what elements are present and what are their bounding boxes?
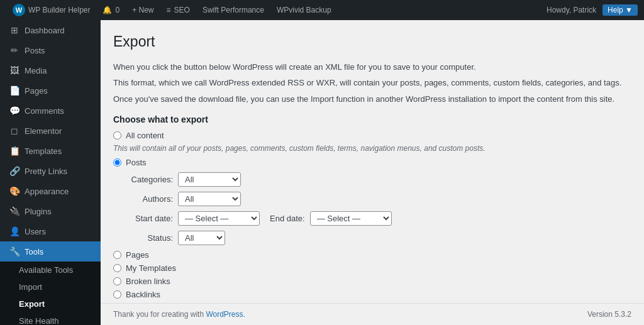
- posts-option: Posts Categories: All Authors: All: [113, 158, 631, 245]
- bell-icon: 🔔: [103, 6, 112, 14]
- sidebar-item-appearance[interactable]: 🎨 Appearance: [0, 181, 101, 201]
- end-date-label: End date:: [270, 214, 305, 223]
- backlinks-option[interactable]: Backlinks: [113, 290, 631, 299]
- all-content-label[interactable]: All content: [113, 131, 631, 140]
- comments-icon: 💬: [9, 106, 19, 116]
- my-templates-option[interactable]: My Templates: [113, 263, 631, 273]
- categories-select[interactable]: All: [178, 172, 241, 187]
- all-content-text: All content: [126, 131, 164, 140]
- section-heading: Choose what to export: [113, 114, 631, 124]
- status-row: Status: All: [126, 231, 631, 245]
- authors-row: Authors: All: [126, 192, 631, 206]
- status-label: Status:: [126, 233, 173, 243]
- topbar-wp-builder-helper[interactable]: W WP Builder Helper: [6, 0, 96, 20]
- topbar-wpvivid-label: WPvivid Backup: [277, 6, 331, 14]
- plugins-icon: 🔌: [9, 206, 19, 216]
- topbar-notifications[interactable]: 🔔 0: [96, 0, 126, 20]
- pretty-links-icon: 🔗: [9, 166, 19, 176]
- seo-icon: ≡: [167, 6, 171, 14]
- sidebar-pages-label: Pages: [25, 86, 48, 96]
- submenu-site-health[interactable]: Site Health: [0, 312, 101, 325]
- topbar-swift-label: Swift Performance: [203, 6, 264, 14]
- my-templates-radio[interactable]: [113, 264, 121, 272]
- top-bar-left: W WP Builder Helper 🔔 0 + New ≡ SEO Swif…: [6, 0, 547, 20]
- pages-icon: 📄: [9, 85, 19, 96]
- footer-thank-you: Thank you for creating with: [113, 310, 206, 319]
- footer-text: Thank you for creating with WordPress.: [113, 310, 245, 319]
- sidebar-item-plugins[interactable]: 🔌 Plugins: [0, 201, 101, 221]
- topbar-wp-builder-label: WP Builder Helper: [28, 6, 90, 14]
- categories-row: Categories: All: [126, 172, 631, 187]
- description-3: Once you've saved the download file, you…: [113, 93, 631, 106]
- broken-links-radio[interactable]: [113, 277, 121, 285]
- authors-label: Authors:: [126, 194, 173, 204]
- my-templates-text: My Templates: [126, 263, 176, 273]
- elementor-icon: ◻: [9, 126, 19, 136]
- page-title: Export: [113, 33, 631, 52]
- sidebar-item-users[interactable]: 👤 Users: [0, 221, 101, 241]
- topbar-seo-label: SEO: [174, 6, 190, 14]
- tools-submenu: Available Tools Import Export Site Healt…: [0, 262, 101, 325]
- sidebar-item-tools[interactable]: 🔧 Tools: [0, 241, 101, 262]
- help-button[interactable]: Help ▼: [602, 4, 638, 16]
- sidebar-pretty-links-label: Pretty Links: [25, 167, 67, 176]
- sidebar-item-media[interactable]: 🖼 Media: [0, 60, 101, 80]
- sidebar-item-comments[interactable]: 💬 Comments: [0, 101, 101, 121]
- all-content-option: All content This will contain all of you…: [113, 131, 631, 153]
- backlinks-radio[interactable]: [113, 290, 121, 299]
- sidebar-item-dashboard[interactable]: ⊞ Dashboard: [0, 20, 101, 40]
- wordpress-link[interactable]: WordPress.: [206, 310, 245, 319]
- start-date-select[interactable]: — Select —: [178, 211, 260, 226]
- main-inner: Export When you click the button below W…: [101, 20, 644, 325]
- end-date-select[interactable]: — Select —: [310, 211, 392, 226]
- help-label: Help ▼: [608, 6, 633, 14]
- sidebar-appearance-label: Appearance: [25, 187, 69, 196]
- submenu-import[interactable]: Import: [0, 278, 101, 295]
- topbar-seo[interactable]: ≡ SEO: [160, 0, 196, 20]
- posts-label[interactable]: Posts: [113, 158, 631, 167]
- submenu-available-tools[interactable]: Available Tools: [0, 262, 101, 278]
- authors-select[interactable]: All: [178, 192, 241, 206]
- date-row: Start date: — Select — End date: — Selec…: [126, 211, 631, 226]
- dashboard-icon: ⊞: [9, 25, 19, 35]
- start-date-label: Start date:: [126, 214, 173, 223]
- sidebar-elementor-label: Elementor: [25, 126, 62, 136]
- sidebar-comments-label: Comments: [25, 106, 64, 116]
- users-icon: 👤: [9, 226, 19, 236]
- all-content-radio[interactable]: [113, 131, 121, 140]
- submenu-export[interactable]: Export: [0, 295, 101, 312]
- templates-icon: 📋: [9, 146, 19, 156]
- topbar-swift-performance[interactable]: Swift Performance: [196, 0, 270, 20]
- sidebar-item-templates[interactable]: 📋 Templates: [0, 141, 101, 161]
- sidebar-item-posts[interactable]: ✏ Posts: [0, 40, 101, 60]
- version-text: Version 5.3.2: [587, 310, 631, 319]
- sidebar: ⊞ Dashboard ✏ Posts 🖼 Media 📄 Pages 💬 Co…: [0, 0, 101, 325]
- footer: Thank you for creating with WordPress. V…: [101, 303, 644, 325]
- pages-option[interactable]: Pages: [113, 250, 631, 260]
- posts-radio[interactable]: [113, 158, 121, 167]
- sidebar-dashboard-label: Dashboard: [25, 26, 65, 35]
- status-select[interactable]: All: [178, 231, 225, 245]
- media-icon: 🖼: [9, 65, 19, 75]
- topbar-wpvivid-backup[interactable]: WPvivid Backup: [270, 0, 338, 20]
- all-content-note: This will contain all of your posts, pag…: [113, 144, 631, 153]
- categories-label: Categories:: [126, 175, 173, 184]
- top-bar-right: Howdy, Patrick Help ▼: [547, 4, 638, 16]
- sidebar-plugins-label: Plugins: [25, 207, 52, 216]
- top-bar: W WP Builder Helper 🔔 0 + New ≡ SEO Swif…: [0, 0, 644, 20]
- sidebar-tools-label: Tools: [25, 247, 43, 256]
- topbar-new-label: + New: [132, 6, 153, 14]
- broken-links-option[interactable]: Broken links: [113, 277, 631, 286]
- sidebar-item-pretty-links[interactable]: 🔗 Pretty Links: [0, 161, 101, 181]
- topbar-new[interactable]: + New: [126, 0, 160, 20]
- appearance-icon: 🎨: [9, 186, 19, 196]
- pages-radio[interactable]: [113, 251, 121, 259]
- tools-icon: 🔧: [9, 246, 19, 256]
- sidebar-item-pages[interactable]: 📄 Pages: [0, 80, 101, 101]
- wp-logo-icon: W: [13, 4, 25, 16]
- sidebar-templates-label: Templates: [25, 146, 62, 156]
- pages-text: Pages: [126, 250, 149, 260]
- notification-count: 0: [115, 6, 119, 14]
- posts-text: Posts: [126, 158, 147, 167]
- sidebar-item-elementor[interactable]: ◻ Elementor: [0, 121, 101, 141]
